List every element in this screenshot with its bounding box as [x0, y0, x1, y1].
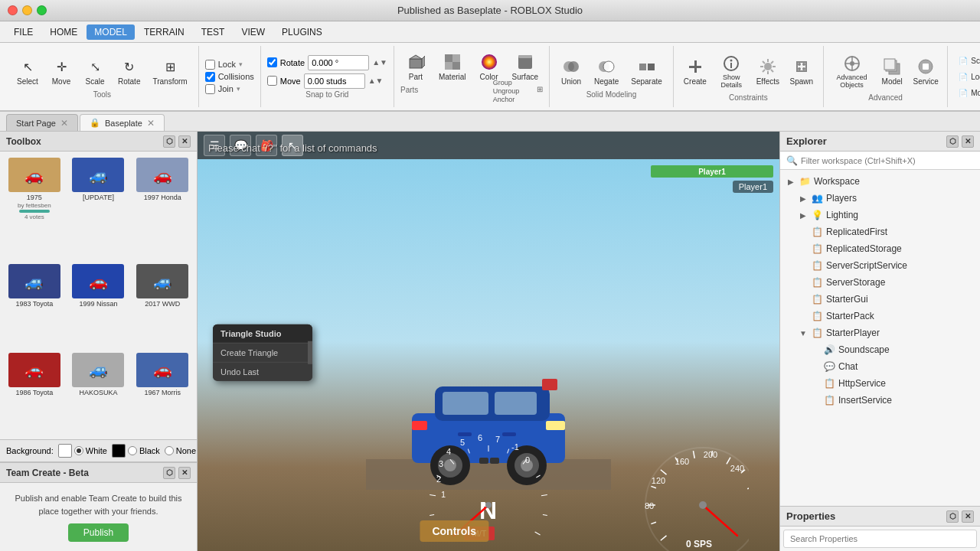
module-script-tool[interactable]: 📄 ModuleScript [954, 86, 980, 100]
properties-float-btn[interactable]: ⬡ [946, 510, 959, 523]
properties-search-input[interactable] [783, 530, 977, 548]
tree-item-replicated-storage[interactable]: ▶ 📋 ReplicatedStorage [780, 240, 980, 257]
team-close-btn[interactable]: ✕ [178, 467, 191, 479]
players-arrow[interactable]: ▶ [799, 194, 808, 203]
lock-check[interactable] [205, 60, 215, 70]
menu-model[interactable]: MODEL [87, 24, 135, 40]
rotate-tool[interactable]: ↻ Rotate [113, 54, 145, 89]
move-snap-input[interactable] [304, 73, 365, 89]
rotate-snap-check[interactable] [267, 57, 277, 67]
tree-item-server-storage[interactable]: ▶ 📋 ServerStorage [780, 274, 980, 291]
material-tool[interactable]: Material [434, 50, 471, 84]
none-radio[interactable] [165, 446, 174, 455]
bg-black-option[interactable]: Black [112, 444, 160, 458]
properties-close-btn[interactable]: ✕ [962, 510, 974, 523]
svg-text:160: 160 [675, 457, 689, 466]
menu-file[interactable]: FILE [6, 24, 41, 40]
script-tool[interactable]: 📄 Script [954, 54, 980, 68]
model-tool[interactable]: Model [877, 54, 907, 89]
transform-tool[interactable]: ⊞ Transform [148, 54, 191, 89]
explorer-float-btn[interactable]: ⬡ [946, 135, 959, 148]
maximize-button[interactable] [37, 5, 47, 15]
group-btn[interactable]: Group [493, 79, 520, 86]
select-tool[interactable]: ↖ Select [12, 54, 43, 89]
tree-item-starter-pack[interactable]: ▶ 📋 StarterPack [780, 308, 980, 324]
tree-item-soundscape[interactable]: ▶ 🔊 Soundscape [780, 341, 980, 358]
tab-baseplate[interactable]: 🔒 Baseplate ✕ [80, 114, 165, 131]
menu-view[interactable]: VIEW [234, 24, 273, 40]
lock-checkbox[interactable]: Lock ▾ [205, 60, 254, 70]
show-details-tool[interactable]: Show Details [714, 51, 750, 93]
menu-home[interactable]: HOME [42, 24, 85, 40]
lighting-arrow[interactable]: ▶ [799, 210, 808, 220]
tree-item-insert-service[interactable]: ▶ 📋 InsertService [780, 392, 980, 409]
move-snap-check[interactable] [267, 76, 277, 86]
tree-item-http-service[interactable]: ▶ 📋 HttpService [780, 375, 980, 392]
negate-tool[interactable]: Negate [590, 54, 623, 89]
local-script-tool[interactable]: 📄 LocalScript [954, 70, 980, 84]
toolbox-item-morris[interactable]: 🚗 1967 Morris [131, 350, 194, 436]
collisions-checkbox[interactable]: Collisions [205, 72, 254, 82]
move-tool[interactable]: ✛ Move [46, 54, 77, 89]
black-radio[interactable] [128, 446, 137, 455]
team-float-btn[interactable]: ⬡ [163, 467, 175, 479]
create-triangle-button[interactable]: Create Triangle [213, 343, 312, 362]
tree-item-replicated-first[interactable]: ▶ 📋 ReplicatedFirst [780, 223, 980, 240]
svg-text:200: 200 [704, 450, 717, 459]
effects-tool[interactable]: Effects [753, 54, 783, 89]
undo-last-button[interactable]: Undo Last [213, 362, 312, 381]
toolbox-close-btn[interactable]: ✕ [178, 135, 191, 148]
popup-collapse-btn[interactable]: › [308, 341, 312, 364]
part-tool[interactable]: Part [400, 50, 431, 84]
explorer-close-btn[interactable]: ✕ [962, 135, 974, 148]
join-checkbox[interactable]: Join ▾ [205, 84, 254, 94]
anchor-btn[interactable]: Anchor [493, 96, 520, 103]
separate-tool[interactable]: Separate [626, 54, 667, 89]
publish-button[interactable]: Publish [68, 523, 129, 542]
spawn-tool[interactable]: Spawn [786, 54, 817, 89]
collisions-check[interactable] [205, 72, 215, 82]
menu-test[interactable]: TEST [194, 24, 233, 40]
toolbox-item-wwd[interactable]: 🚙 2017 WWD [131, 261, 194, 347]
toolbox-item-nissan[interactable]: 🚗 1999 Nissan [67, 261, 130, 347]
scale-tool[interactable]: ⤡ Scale [80, 54, 110, 89]
bg-none-option[interactable]: None [165, 446, 196, 455]
tree-item-lighting[interactable]: ▶ 💡 Lighting [780, 207, 980, 223]
tab-start-page[interactable]: Start Page ✕ [6, 114, 78, 131]
close-button[interactable] [8, 5, 18, 15]
rotate-snap-input[interactable] [308, 55, 369, 70]
menu-terrain[interactable]: TERRAIN [136, 24, 192, 40]
advanced-objects-tool[interactable]: Advanced Objects [830, 51, 874, 93]
create-tool[interactable]: Create [680, 54, 710, 89]
tree-item-server-script[interactable]: ▶ 📋 ServerScriptService [780, 257, 980, 274]
tree-item-chat[interactable]: ▶ 💬 Chat [780, 358, 980, 375]
toolbox-float-btn[interactable]: ⬡ [163, 135, 175, 148]
toolbox-item-hakosuka[interactable]: 🚙 HAKOSUKA [67, 350, 130, 436]
explorer-search-input[interactable] [801, 156, 974, 165]
toolbox-item-toyota83[interactable]: 🚙 1983 Toyota [3, 261, 66, 347]
tab-baseplate-close[interactable]: ✕ [147, 118, 155, 129]
bg-white-option[interactable]: White [58, 444, 107, 458]
controls-label[interactable]: Controls [420, 520, 488, 542]
starter-player-arrow[interactable]: ▼ [799, 328, 808, 337]
ungroup-btn[interactable]: Ungroup [493, 87, 520, 95]
menu-plugins[interactable]: PLUGINS [274, 24, 330, 40]
toolbox-item-honda[interactable]: 🚗 1997 Honda [131, 155, 194, 259]
white-radio[interactable] [74, 446, 83, 455]
service-tool[interactable]: Service [910, 54, 941, 89]
tree-item-starter-player[interactable]: ▼ 📋 StarterPlayer [780, 324, 980, 341]
tree-item-players[interactable]: ▶ 👥 Players [780, 190, 980, 207]
tree-item-workspace[interactable]: ▶ 📁 Workspace [780, 173, 980, 190]
tab-start-page-close[interactable]: ✕ [60, 118, 68, 129]
toolbox-item-update[interactable]: 🚙 [UPDATE] [67, 155, 130, 259]
workspace-arrow[interactable]: ▶ [786, 177, 795, 186]
parts-expand[interactable]: ⊞ [537, 85, 543, 93]
toolbox-item-1975[interactable]: 🚗 1975 by fettesben 4 votes [3, 155, 66, 259]
union-tool[interactable]: Union [556, 54, 586, 89]
viewport[interactable]: ☰ 💬 🎒 ↖ Player1 Player1 Please chat '/?'… [198, 132, 779, 551]
toolbox-item-toyota86[interactable]: 🚗 1986 Toyota [3, 350, 66, 436]
minimize-button[interactable] [22, 5, 32, 15]
tree-item-starter-gui[interactable]: ▶ 📋 StarterGui [780, 291, 980, 308]
join-check[interactable] [205, 84, 215, 94]
explorer-search-bar[interactable]: 🔍 [780, 152, 980, 170]
